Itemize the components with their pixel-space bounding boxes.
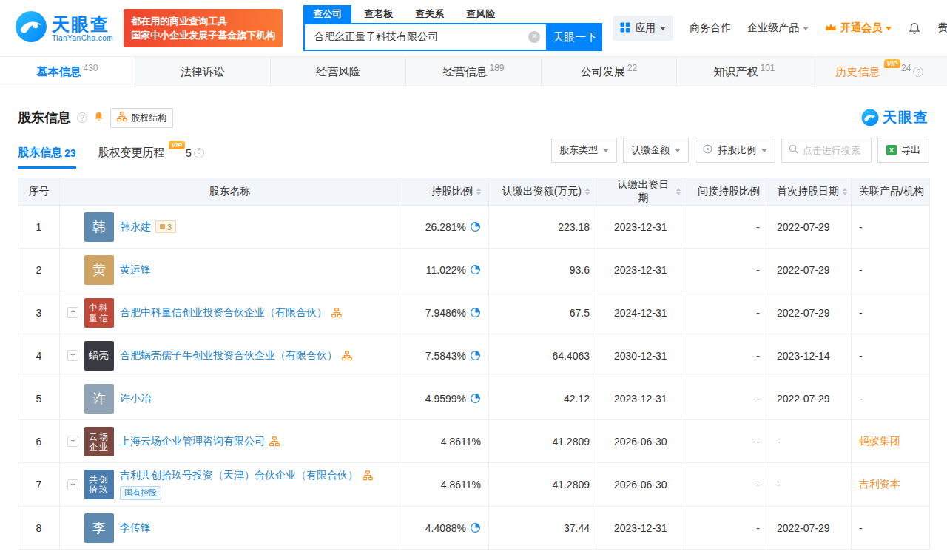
expand-button[interactable]: + — [67, 307, 78, 318]
relation-count-badge[interactable]: 3 — [155, 220, 176, 233]
shareholder-name-link[interactable]: 黄运锋 — [120, 263, 151, 277]
search-button[interactable]: 天眼一下 — [547, 23, 602, 51]
equity-structure-label: 股权结构 — [131, 112, 166, 124]
subtab-shareholder-info[interactable]: 股东信息 23 — [18, 146, 76, 169]
tab-operation-risk[interactable]: 经营风险 — [271, 57, 406, 87]
business-cooperation-link[interactable]: 商务合作 — [690, 21, 731, 35]
search-tab-company[interactable]: 查公司 — [303, 5, 351, 23]
shareholder-name-link[interactable]: 韩永建 — [120, 220, 151, 234]
top-header: 天眼查 TianYanCha.com 都在用的商业查询工具 国家中小企业发展子基… — [0, 0, 947, 56]
shareholder-name-link[interactable]: 许小冶 — [120, 392, 151, 405]
table-row: 4+蜗壳合肥蜗壳孺子牛创业投资合伙企业（有限合伙）7.5843%64.40632… — [18, 334, 930, 377]
vip-membership-link[interactable]: 开通会员 — [825, 21, 892, 35]
search-input-wrap: × — [303, 23, 547, 51]
notification-bell-icon[interactable] — [908, 21, 921, 35]
expand-button[interactable]: + — [67, 479, 78, 490]
subscribed-amount: 67.5 — [570, 307, 590, 319]
row-number: 4 — [36, 350, 42, 362]
row-number: 1 — [36, 221, 42, 233]
indirect-holding-ratio: - — [756, 479, 760, 490]
related-product: - — [859, 522, 863, 534]
help-icon[interactable]: ? — [913, 67, 923, 77]
shareholder-avatar[interactable]: 中科量信 — [84, 298, 114, 328]
expand-button[interactable]: + — [67, 436, 78, 447]
equity-structure-icon[interactable] — [363, 470, 373, 481]
sort-icon[interactable] — [843, 188, 847, 195]
tab-label: 法律诉讼 — [181, 65, 225, 79]
pie-chart-icon[interactable] — [470, 393, 481, 404]
username[interactable]: 费米 — [937, 21, 947, 35]
shareholder-name-link[interactable]: 吉利共创拾玖号投资（天津）合伙企业（有限合伙） — [120, 469, 358, 482]
shareholder-avatar[interactable]: 蜗壳 — [84, 341, 114, 371]
tab-company-development[interactable]: 公司发展 22 — [542, 57, 677, 87]
shareholder-avatar[interactable]: 李 — [84, 513, 114, 543]
clear-icon[interactable]: × — [528, 31, 540, 43]
shareholder-avatar[interactable]: 黄 — [84, 255, 114, 285]
related-product-link[interactable]: 吉利资本 — [859, 478, 900, 490]
tab-legal-litigation[interactable]: 法律诉讼 — [135, 57, 271, 87]
promo-banner[interactable]: 都在用的商业查询工具 国家中小企业发展子基金旗下机构 — [124, 9, 283, 47]
shareholder-name-link[interactable]: 合肥中科量信创业投资合伙企业（有限合伙） — [120, 306, 327, 320]
table-row: 2+黄黄运锋11.022%93.62023-12-31-2022-07-29- — [18, 249, 930, 291]
column-header-subscribed-amount: 认缴出资额(万元) — [502, 185, 582, 198]
indirect-holding-ratio: - — [756, 221, 760, 233]
tab-label: 经营信息 — [442, 65, 487, 79]
shareholder-avatar[interactable]: 韩 — [84, 212, 114, 242]
shareholder-name-link[interactable]: 上海云场企业管理咨询有限公司 — [120, 435, 265, 448]
tianyancha-logo[interactable]: 天眼查 TianYanCha.com — [15, 10, 113, 46]
equity-structure-icon[interactable] — [269, 436, 280, 447]
sort-icon[interactable] — [476, 188, 481, 195]
tab-basic-info[interactable]: 基本信息 430 — [0, 57, 135, 87]
subtab-equity-change-history[interactable]: 股权变更历程 VIP 5 ? — [98, 146, 204, 169]
sort-icon[interactable] — [676, 188, 681, 195]
equity-structure-icon — [117, 112, 127, 124]
subscribed-amount: 93.6 — [570, 264, 590, 276]
equity-structure-icon[interactable] — [342, 351, 352, 361]
equity-structure-icon[interactable] — [331, 308, 342, 318]
subscribe-bell-icon[interactable] — [93, 111, 104, 125]
first-holding-date: 2023-12-14 — [777, 350, 830, 362]
shareholder-avatar[interactable]: 共创拾玖 — [84, 470, 114, 499]
sort-icon[interactable] — [585, 188, 590, 195]
subscribed-date: 2023-12-31 — [614, 522, 667, 534]
column-header-no: 序号 — [29, 185, 50, 198]
subtab-label: 股权变更历程 — [98, 146, 165, 160]
shareholder-rows: 1+韩韩永建326.281%223.182023-12-31-2022-07-2… — [18, 206, 930, 550]
filter-shareholder-type[interactable]: 股东类型 — [551, 138, 617, 163]
pie-chart-icon[interactable] — [470, 307, 481, 318]
logo-domain-text: TianYanCha.com — [52, 34, 113, 42]
pie-chart-icon[interactable] — [470, 350, 481, 361]
search-tab-relation[interactable]: 查关系 — [405, 5, 454, 23]
company-search-input[interactable] — [314, 31, 528, 43]
help-icon[interactable]: ? — [194, 148, 204, 158]
shareholder-avatar[interactable]: 云场企业 — [84, 427, 114, 456]
help-icon[interactable]: ? — [77, 112, 87, 123]
filter-holding-ratio[interactable]: 持股比例 — [695, 138, 775, 163]
holding-ratio: 4.8611% — [441, 436, 481, 448]
expand-button[interactable]: + — [67, 350, 78, 361]
pie-chart-icon[interactable] — [470, 522, 481, 533]
tab-history-info[interactable]: 历史信息 VIP 24 ? — [812, 57, 947, 87]
table-search-box — [781, 138, 872, 163]
holding-ratio: 7.5843% — [425, 350, 466, 362]
table-header-row: 序号 股东名称 持股比例 认缴出资额(万元) 认缴出资日期 间接持股比例 首次持… — [18, 178, 930, 206]
subscribed-amount: 41.2809 — [552, 436, 590, 448]
search-tab-risk[interactable]: 查风险 — [456, 5, 505, 23]
apps-menu-button[interactable]: 应用 — [613, 16, 673, 41]
enterprise-products-link[interactable]: 企业级产品 — [747, 21, 809, 35]
export-button[interactable]: X 导出 — [877, 138, 929, 163]
filter-subscribed-amount[interactable]: 认缴金额 — [623, 138, 689, 163]
search-tab-boss[interactable]: 查老板 — [354, 5, 402, 23]
shareholder-name-link[interactable]: 李传锋 — [120, 522, 151, 535]
table-search-input[interactable] — [803, 145, 864, 156]
pie-chart-icon[interactable] — [470, 264, 481, 275]
pie-chart-icon[interactable] — [470, 221, 481, 232]
related-product-link[interactable]: 蚂蚁集团 — [859, 435, 900, 447]
equity-structure-tag[interactable]: 股权结构 — [110, 108, 173, 128]
shareholder-avatar[interactable]: 许 — [84, 384, 114, 414]
tab-operation-info[interactable]: 经营信息 189 — [406, 57, 542, 87]
tab-label: 公司发展 — [581, 65, 625, 79]
subtab-count: 23 — [64, 147, 76, 159]
tab-intellectual-property[interactable]: 知识产权 101 — [677, 57, 812, 87]
shareholder-name-link[interactable]: 合肥蜗壳孺子牛创业投资合伙企业（有限合伙） — [120, 349, 337, 362]
